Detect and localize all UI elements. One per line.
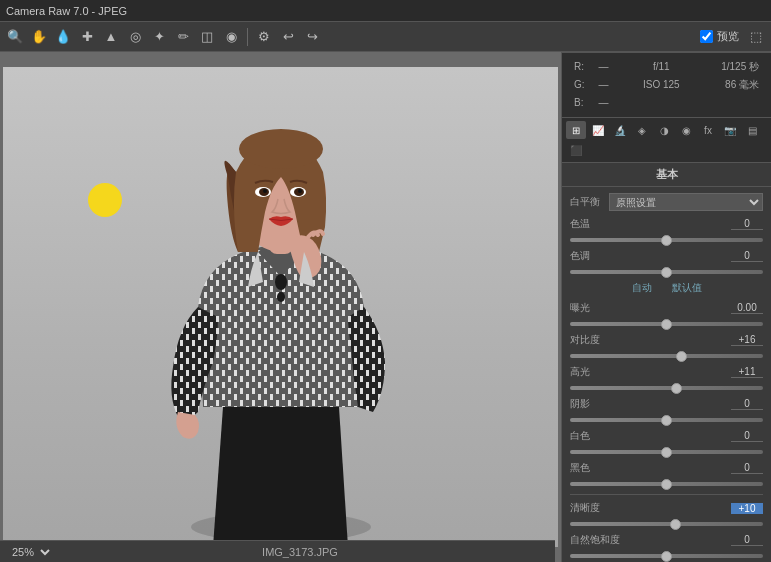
titlebar: Camera Raw 7.0 - JPEG — [0, 0, 771, 22]
tab-detail[interactable]: 🔬 — [610, 121, 630, 139]
tab-hsl[interactable]: ◈ — [632, 121, 652, 139]
tint-row: 色调 — [570, 249, 763, 276]
section-header: 基本 — [562, 163, 771, 187]
shadows-row: 阴影 — [570, 397, 763, 424]
tint-slider[interactable] — [570, 270, 763, 274]
color-temp-row: 色温 — [570, 217, 763, 244]
tab-effects[interactable]: fx — [698, 121, 718, 139]
clarity-row: 清晰度 — [570, 501, 763, 528]
r-label: R: — [572, 59, 594, 75]
color-info: R: — f/11 1/125 秒 G: — ISO 125 86 毫米 B: … — [562, 53, 771, 118]
right-panel: R: — f/11 1/125 秒 G: — ISO 125 86 毫米 B: … — [561, 52, 771, 562]
auto-button[interactable]: 自动 — [632, 281, 652, 295]
tab-basic[interactable]: ⊞ — [566, 121, 586, 139]
clarity-slider[interactable] — [570, 522, 763, 526]
preview-checkbox[interactable] — [700, 30, 713, 43]
shadows-label: 阴影 — [570, 397, 590, 411]
rotate-ccw-tool[interactable]: ↩ — [277, 26, 299, 48]
shadows-value-input[interactable] — [731, 398, 763, 410]
tab-tonecurve[interactable]: 📈 — [588, 121, 608, 139]
color-temp-label-row: 色温 — [570, 217, 763, 231]
straighten-tool[interactable]: ▲ — [100, 26, 122, 48]
zoom-select[interactable]: 25% 50% 100% — [8, 545, 53, 559]
adj-brush-tool[interactable]: ✏ — [172, 26, 194, 48]
preview-label: 预览 — [717, 29, 739, 44]
preview-checkbox-row[interactable]: 预览 — [700, 29, 739, 44]
exposure-label-row: 曝光 — [570, 301, 763, 315]
whites-label-row: 白色 — [570, 429, 763, 443]
rotate-cw-tool[interactable]: ↪ — [301, 26, 323, 48]
image-canvas — [3, 67, 558, 547]
tab-splitTone[interactable]: ◑ — [654, 121, 674, 139]
svg-point-13 — [275, 274, 287, 290]
color-temp-slider[interactable] — [570, 238, 763, 242]
contrast-slider[interactable] — [570, 354, 763, 358]
image-bottombar: 25% 50% 100% IMG_3173.JPG — [0, 540, 555, 562]
divider — [570, 494, 763, 495]
highlights-value-input[interactable] — [731, 366, 763, 378]
svg-point-12 — [298, 189, 302, 193]
highlights-slider[interactable] — [570, 386, 763, 390]
g-line: — — [596, 77, 618, 93]
clarity-value-input[interactable] — [731, 503, 763, 514]
white-balance-row: 白平衡 原照设置 自动 日光 阴天 阴影 — [570, 193, 763, 211]
auto-default-row: 自动 默认值 — [570, 281, 763, 295]
section-title: 基本 — [656, 168, 678, 180]
histogram — [562, 52, 771, 53]
g-label: G: — [572, 77, 594, 93]
exposure-row: 曝光 — [570, 301, 763, 328]
clarity-label-row: 清晰度 — [570, 501, 763, 515]
contrast-row: 对比度 — [570, 333, 763, 360]
blacks-value-input[interactable] — [731, 462, 763, 474]
controls-panel: 白平衡 原照设置 自动 日光 阴天 阴影 色温 — [562, 187, 771, 562]
iso-value: ISO 125 — [620, 77, 695, 93]
vibrance-slider[interactable] — [570, 554, 763, 558]
fullscreen-tool[interactable]: ⬚ — [745, 26, 767, 48]
wb-select[interactable]: 原照设置 自动 日光 阴天 阴影 — [609, 193, 763, 211]
toolbar-right: 预览 ⬚ — [700, 26, 767, 48]
whites-row: 白色 — [570, 429, 763, 456]
highlights-label-row: 高光 — [570, 365, 763, 379]
vibrance-row: 自然饱和度 — [570, 533, 763, 560]
vibrance-value-input[interactable] — [731, 534, 763, 546]
blacks-slider[interactable] — [570, 482, 763, 486]
shutter-value: 1/125 秒 — [697, 59, 761, 75]
default-button[interactable]: 默认值 — [672, 281, 702, 295]
radial-tool[interactable]: ◉ — [220, 26, 242, 48]
image-panel[interactable]: 25% 50% 100% IMG_3173.JPG — [0, 52, 561, 562]
shadows-slider[interactable] — [570, 418, 763, 422]
contrast-label-row: 对比度 — [570, 333, 763, 347]
tab-presets[interactable]: ▤ — [742, 121, 762, 139]
tab-lenscorr[interactable]: ◉ — [676, 121, 696, 139]
zoom-tool[interactable]: 🔍 — [4, 26, 26, 48]
wb-tool[interactable]: 💧 — [52, 26, 74, 48]
blacks-label-row: 黑色 — [570, 461, 763, 475]
exposure-label: 曝光 — [570, 301, 590, 315]
whites-slider[interactable] — [570, 450, 763, 454]
whites-label: 白色 — [570, 429, 590, 443]
hand-tool[interactable]: ✋ — [28, 26, 50, 48]
grad-filter-tool[interactable]: ◫ — [196, 26, 218, 48]
b-label: B: — [572, 95, 594, 111]
svg-point-11 — [263, 189, 267, 193]
highlights-row: 高光 — [570, 365, 763, 392]
tint-value[interactable] — [731, 250, 763, 262]
filename-label: IMG_3173.JPG — [262, 546, 338, 558]
color-temp-value[interactable] — [731, 218, 763, 230]
exposure-value-input[interactable] — [731, 302, 763, 314]
exposure-slider[interactable] — [570, 322, 763, 326]
tab-snapshots[interactable]: ⬛ — [566, 141, 586, 159]
svg-point-6 — [239, 129, 323, 169]
main-layout: 25% 50% 100% IMG_3173.JPG — [0, 52, 771, 562]
redeye-tool[interactable]: ✦ — [148, 26, 170, 48]
spot-tool[interactable]: ◎ — [124, 26, 146, 48]
contrast-value-input[interactable] — [731, 334, 763, 346]
whites-value-input[interactable] — [731, 430, 763, 442]
crop-tool[interactable]: ✚ — [76, 26, 98, 48]
prefs-tool[interactable]: ⚙ — [253, 26, 275, 48]
wb-label: 白平衡 — [570, 195, 605, 209]
contrast-label: 对比度 — [570, 333, 600, 347]
blacks-label: 黑色 — [570, 461, 590, 475]
svg-point-14 — [277, 292, 285, 302]
tab-camera[interactable]: 📷 — [720, 121, 740, 139]
